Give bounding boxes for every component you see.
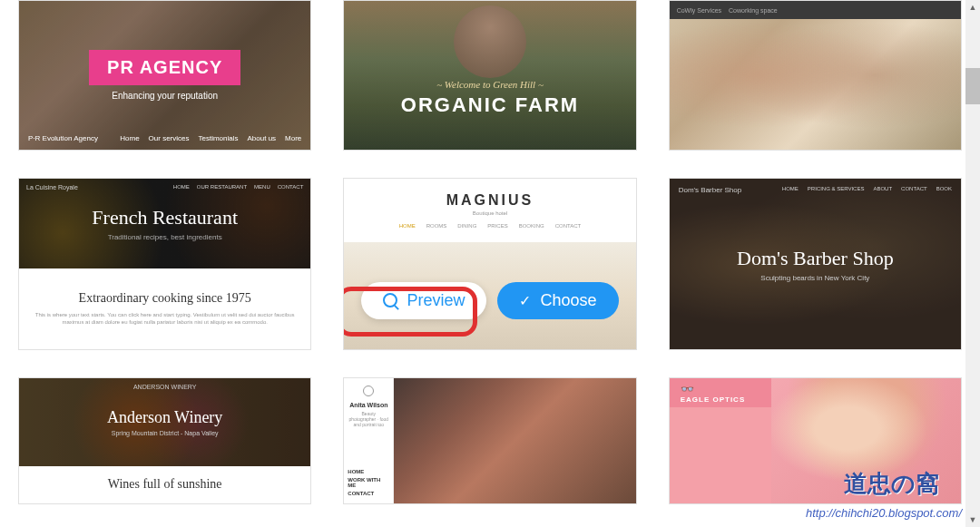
check-icon: ✓	[519, 292, 531, 309]
people-image	[670, 1, 961, 150]
template-tagline: Wines full of sunshine	[108, 477, 222, 492]
template-brand: Dom's Barber Shop	[679, 186, 742, 194]
template-welcome: ~ Welcome to Green Hill ~	[436, 79, 544, 90]
template-subtitle: Spring Mountain District - Napa Valley	[112, 430, 219, 436]
scroll-down-button[interactable]: ▼	[965, 512, 980, 527]
watermark-url: http://chihchi20.blogspot.com/	[806, 506, 962, 520]
glasses-icon: 👓	[681, 383, 694, 395]
choose-button[interactable]: ✓ Choose	[497, 282, 618, 319]
template-title: Anderson Winery	[107, 408, 222, 427]
template-card-barber-shop[interactable]: Dom's Barber Shop HOMEPRICING & SERVICES…	[669, 178, 962, 350]
scrollbar[interactable]: ▲ ▼	[965, 0, 980, 527]
template-brand: EAGLE OPTICS	[681, 395, 746, 404]
template-card-magnius[interactable]: MAGNIUS Boutique hotel HOMEROOMSDININGPR…	[343, 178, 636, 350]
template-card-french-restaurant[interactable]: La Cuisine Royale HOMEOUR RESTAURANTMENU…	[18, 178, 311, 350]
template-nav: HOMEOUR RESTAURANTMENUCONTACT	[173, 184, 303, 190]
template-name: Anita Wilson	[349, 402, 387, 408]
template-title: Dom's Barber Shop	[737, 247, 894, 270]
choose-label: Choose	[540, 291, 596, 310]
template-card-anita-wilson[interactable]: Anita Wilson Beauty photographer · food …	[343, 377, 636, 504]
search-icon	[383, 293, 397, 307]
template-subtitle: Sculpting beards in New York City	[760, 274, 869, 282]
template-brand: ANDERSON WINERY	[19, 384, 310, 390]
template-subtitle: Beauty photographer · food and portrait …	[348, 411, 389, 427]
template-subtitle: Enhancing your reputation	[112, 91, 218, 101]
template-title: French Restaurant	[92, 206, 238, 229]
template-card-organic-farm[interactable]: ~ Welcome to Green Hill ~ ORGANIC FARM	[343, 0, 636, 151]
template-text: This is where your text starts. You can …	[26, 311, 303, 327]
template-nav: HOMEWORK WITH MECONTACT	[348, 469, 389, 496]
scroll-up-button[interactable]: ▲	[965, 0, 980, 15]
portrait-image	[394, 378, 635, 503]
template-title: ORGANIC FARM	[401, 93, 579, 117]
farmer-image	[454, 5, 526, 78]
template-logo: P·R Evolution Agency	[28, 134, 98, 142]
watermark-logo: 道忠の窩	[844, 468, 939, 500]
template-topbar: CoWly Services Coworking space	[670, 1, 961, 19]
template-nav: HOMEPRICING & SERVICESABOUTCONTACTBOOK	[782, 186, 952, 191]
template-headline: Extraordinary cooking since 1975	[79, 291, 251, 306]
template-card-coworking[interactable]: CoWly Services Coworking space	[669, 0, 962, 151]
preview-button[interactable]: Preview	[361, 282, 486, 319]
template-card-pr-agency[interactable]: PR AGENCY Enhancing your reputation P·R …	[18, 0, 311, 151]
preview-label: Preview	[407, 291, 465, 310]
profile-icon	[363, 385, 374, 396]
template-nav: HomeOur servicesTestimonialsAbout usMore	[120, 134, 301, 142]
scroll-thumb[interactable]	[965, 68, 980, 104]
template-subtitle: Traditional recipes, best ingredients	[108, 233, 222, 241]
template-brand: La Cuisine Royale	[26, 184, 78, 190]
template-card-winery[interactable]: ANDERSON WINERY Anderson Winery Spring M…	[18, 377, 311, 504]
template-title: PR AGENCY	[89, 50, 240, 85]
